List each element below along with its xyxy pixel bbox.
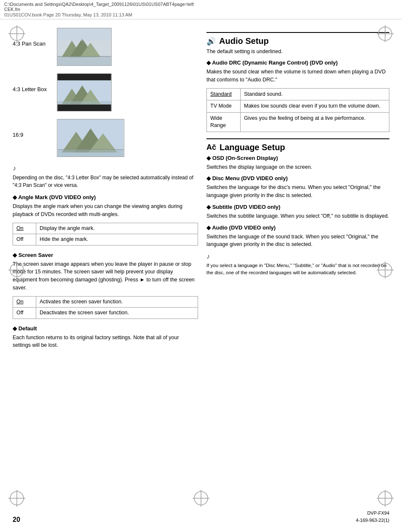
crosshair-top-left [8, 25, 25, 42]
osd-body: Switches the display language on the scr… [206, 163, 389, 171]
svg-rect-30 [57, 104, 111, 111]
language-setup-title: Language Setup [220, 143, 285, 152]
note-icon: ♪ [13, 165, 198, 172]
language-setup-heading: Ač Language Setup [206, 143, 389, 152]
audio-drc-body: Makes the sound clear when the volume is… [206, 68, 389, 84]
saver-on-value: Activates the screen saver function. [36, 296, 198, 308]
crosshair-mid-right [377, 262, 394, 278]
widescreen-image [57, 119, 124, 157]
audio-icon: 🔊 [206, 37, 216, 46]
right-column: 🔊 Audio Setup The default setting is und… [206, 28, 389, 354]
language-icon: Ač [206, 143, 216, 152]
main-content: 4:3 Pan Scan 4:3 Letter Box [0, 19, 402, 362]
product-code: DVP-FX94 [356, 510, 390, 517]
subtitle-heading: Subtitle (DVD VIDEO only) [206, 204, 389, 210]
angle-on-label: On [13, 223, 36, 234]
disc-menu-heading: Disc Menu (DVD VIDEO only) [206, 175, 389, 181]
default-body: Each function returns to its original fa… [13, 334, 198, 350]
default-setting-note: The default setting is underlined. [206, 49, 389, 54]
letter-box-label: 4:3 Letter Box [13, 73, 51, 92]
table-row: On Display the angle mark. [13, 223, 198, 234]
drc-standard-label: Standard [207, 88, 241, 100]
screen-saver-body: The screen saver image appears when you … [13, 260, 198, 292]
page-number: 20 [13, 516, 20, 524]
aspect-item-letter-box: 4:3 Letter Box [13, 73, 198, 111]
angle-off-value: Hide the angle mark. [36, 234, 198, 246]
screen-saver-section: Screen Saver The screen saver image appe… [13, 252, 198, 319]
aspect-item-pan-scan: 4:3 Pan Scan [13, 28, 198, 66]
audio-drc-heading: Audio DRC (Dynamic Range Control) (DVD o… [206, 59, 389, 66]
svg-rect-35 [57, 101, 111, 105]
file-info: 01US01COV.book Page 20 Thursday, May 13,… [4, 12, 398, 17]
svg-rect-25 [57, 28, 111, 41]
audio-setup-heading: 🔊 Audio Setup [206, 36, 389, 46]
table-row: Standard Standard sound. [207, 88, 389, 100]
left-column: 4:3 Pan Scan 4:3 Letter Box [13, 28, 198, 354]
aspect-item-widescreen: 16:9 [13, 119, 198, 157]
language-note-icon: ♪ [206, 253, 389, 260]
screen-saver-heading: Screen Saver [13, 252, 198, 258]
subtitle-body: Switches the subtitle language. When you… [206, 212, 389, 220]
angle-mark-heading: Angle Mark (DVD VIDEO only) [13, 194, 198, 200]
aspect-note: Depending on the disc, "4:3 Letter Box" … [13, 174, 198, 189]
language-note-text: If you select a language in "Disc Menu,"… [206, 262, 389, 277]
angle-mark-section: Angle Mark (DVD VIDEO only) Displays the… [13, 194, 198, 246]
audio-divider [206, 32, 389, 33]
saver-off-label: Off [13, 308, 36, 319]
saver-on-label: On [13, 296, 36, 308]
crosshair-mid-left [8, 262, 25, 278]
model-number: 4-169-963-22(1) [356, 517, 390, 524]
table-row: Wide Range Gives you the feeling of bein… [207, 112, 389, 132]
note-section: ♪ Depending on the disc, "4:3 Letter Box… [13, 165, 198, 189]
file-path: C:\Documents and Settings\QA2\Desktop\4_… [4, 2, 398, 7]
file-suffix: CEK.fm [4, 7, 398, 12]
language-divider [206, 138, 389, 139]
audio-lang-body: Switches the language of the sound track… [206, 233, 389, 249]
drc-tvmode-label: TV Mode [207, 100, 241, 113]
audio-drc-table: Standard Standard sound. TV Mode Makes l… [206, 88, 389, 132]
header-bar: C:\Documents and Settings\QA2\Desktop\4_… [0, 0, 402, 19]
saver-off-value: Deactivates the screen saver function. [36, 308, 198, 319]
audio-setup-title: Audio Setup [219, 36, 269, 46]
drc-standard-value: Standard sound. [241, 88, 389, 100]
screen-saver-table: On Activates the screen saver function. … [13, 296, 198, 319]
default-heading: Default [13, 325, 198, 332]
language-note-section: ♪ If you select a language in "Disc Menu… [206, 253, 389, 277]
drc-tvmode-value: Makes low sounds clear even if you turn … [241, 100, 389, 113]
drc-widerange-value: Gives you the feeling of being at a live… [241, 112, 389, 132]
audio-lang-heading: Audio (DVD VIDEO only) [206, 224, 389, 231]
crosshair-top-right [377, 25, 394, 42]
table-row: Off Deactivates the screen saver functio… [13, 308, 198, 319]
product-info: DVP-FX94 4-169-963-22(1) [356, 510, 390, 524]
drc-widerange-label: Wide Range [207, 112, 241, 132]
crosshair-bottom-left [8, 490, 25, 507]
pan-scan-image [57, 28, 112, 66]
angle-on-value: Display the angle mark. [36, 223, 198, 234]
crosshair-bottom-right [377, 490, 394, 507]
svg-rect-40 [58, 149, 123, 157]
letter-box-image [57, 73, 112, 111]
angle-off-label: Off [13, 234, 36, 246]
angle-mark-table: On Display the angle mark. Off Hide the … [13, 223, 198, 246]
svg-rect-26 [57, 56, 111, 65]
table-row: On Activates the screen saver function. [13, 296, 198, 308]
disc-menu-body: Switches the language for the disc's men… [206, 184, 389, 200]
widescreen-label: 16:9 [13, 119, 51, 138]
svg-rect-29 [57, 74, 111, 81]
footer: 20 DVP-FX94 4-169-963-22(1) [0, 510, 402, 524]
table-row: TV Mode Makes low sounds clear even if y… [207, 100, 389, 113]
crosshair-bottom-center [193, 490, 209, 507]
osd-heading: OSD (On-Screen Display) [206, 155, 389, 161]
table-row: Off Hide the angle mark. [13, 234, 198, 246]
default-section: Default Each function returns to its ori… [13, 325, 198, 350]
angle-mark-body: Displays the angle mark when you can cha… [13, 203, 198, 219]
